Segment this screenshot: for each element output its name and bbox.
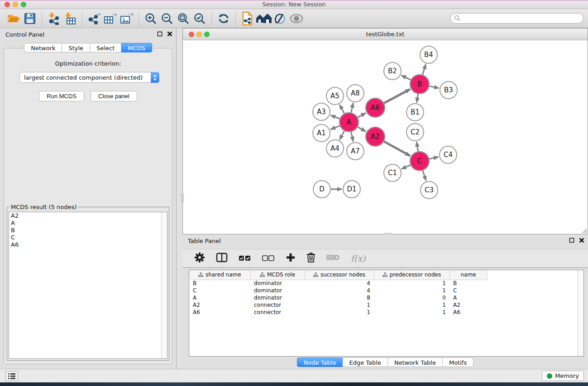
table-cell[interactable]: A2 <box>449 301 487 309</box>
table-row[interactable]: Adominator80A <box>189 294 583 301</box>
table-cell[interactable]: C <box>189 287 250 294</box>
table-cell[interactable]: 1 <box>374 280 449 287</box>
home-views-button[interactable] <box>256 11 272 26</box>
search-field[interactable] <box>450 13 583 24</box>
table-cell[interactable]: connector <box>250 309 305 316</box>
table-row[interactable]: A2connector11A2 <box>189 301 583 309</box>
graph-edge-A6-B[interactable] <box>384 89 410 103</box>
table-cell[interactable]: dominator <box>250 287 305 294</box>
table-cell[interactable]: 1 <box>374 309 449 316</box>
table-settings-button[interactable] <box>194 252 205 265</box>
import-table-button[interactable] <box>62 11 78 26</box>
column-header-shared-name[interactable]: shared name <box>189 270 250 280</box>
table-cell[interactable]: C <box>449 287 487 294</box>
tab-network[interactable]: Network <box>24 43 62 52</box>
table-cell[interactable]: 1 <box>374 301 449 309</box>
column-layout-button[interactable] <box>216 253 228 264</box>
graph-node-C1[interactable]: C1 <box>384 164 401 181</box>
graph-edge-A-A5[interactable] <box>339 105 344 113</box>
delete-table-button[interactable] <box>326 254 340 263</box>
table-cell[interactable]: A <box>189 294 250 301</box>
open-session-button[interactable] <box>5 11 22 26</box>
graph-edge-A-A4[interactable] <box>339 131 344 139</box>
graph-node-A1[interactable]: A1 <box>313 124 330 142</box>
tab-network-table[interactable]: Network Table <box>388 357 443 367</box>
graph-node-A[interactable]: A <box>339 113 359 132</box>
table-cell[interactable]: 8 <box>305 294 374 301</box>
table-scrollbar[interactable] <box>578 270 583 356</box>
node-table[interactable]: shared nameMCDS rolesuccessor nodesprede… <box>189 270 583 316</box>
graph-node-B3[interactable]: B3 <box>440 81 457 99</box>
resize-grip-icon[interactable] <box>581 227 587 234</box>
tab-edge-table[interactable]: Edge Table <box>343 357 387 367</box>
table-cell[interactable]: 1 <box>374 287 449 294</box>
column-header-predecessor-nodes[interactable]: predecessor nodes <box>374 270 449 280</box>
column-header-MCDS-role[interactable]: MCDS role <box>250 270 305 280</box>
graph-node-A8[interactable]: A8 <box>347 85 364 102</box>
dropdown-stepper[interactable] <box>151 72 159 83</box>
column-header-name[interactable]: name <box>449 270 487 280</box>
table-cell[interactable]: 1 <box>305 309 374 316</box>
tab-motifs[interactable]: Motifs <box>443 357 473 367</box>
add-row-button[interactable] <box>286 253 296 264</box>
optimization-criterion-dropdown[interactable]: largest connected component (directed) <box>19 72 159 83</box>
tab-node-table[interactable]: Node Table <box>297 357 343 367</box>
graph-node-C4[interactable]: C4 <box>440 146 457 163</box>
graph-node-A6[interactable]: A6 <box>366 98 385 117</box>
graph-node-D[interactable]: D <box>313 181 330 198</box>
graph-edge-B-B2[interactable] <box>402 76 411 80</box>
result-item[interactable]: B <box>9 227 167 234</box>
close-table-panel-icon[interactable] <box>579 238 584 243</box>
graph-node-A7[interactable]: A7 <box>347 143 364 160</box>
float-table-panel-icon[interactable] <box>569 238 574 243</box>
graph-node-C3[interactable]: C3 <box>421 181 438 199</box>
network-canvas[interactable]: B4B2BB3B1A5A8A6A3AA1C2A2A4A7C4CC1C3DD1 <box>183 40 588 234</box>
task-history-button[interactable] <box>5 371 18 381</box>
table-cell[interactable]: A <box>449 294 487 301</box>
close-panel-button[interactable]: Close panel <box>91 91 137 101</box>
graph-node-B4[interactable]: B4 <box>420 46 437 63</box>
memory-button[interactable]: Memory <box>542 371 584 381</box>
graph-node-D1[interactable]: D1 <box>343 181 360 198</box>
preview-button[interactable] <box>288 11 305 26</box>
graph-edge-A-A6[interactable] <box>358 113 366 118</box>
graph-node-B1[interactable]: B1 <box>406 104 424 121</box>
column-header-successor-nodes[interactable]: successor nodes <box>305 270 374 280</box>
graph-node-B[interactable]: B <box>410 75 429 94</box>
zoom-out-button[interactable] <box>159 11 175 26</box>
graph-edge-C-C2[interactable] <box>416 142 418 152</box>
table-cell[interactable]: B <box>189 280 250 287</box>
graph-edge-C-C4[interactable] <box>429 157 438 159</box>
deselect-all-button[interactable] <box>262 254 275 263</box>
graph-node-A4[interactable]: A4 <box>326 140 344 157</box>
table-cell[interactable]: A6 <box>449 309 487 316</box>
network-window-titlebar[interactable]: testGlobe.txt <box>183 29 588 40</box>
graph-edge-A-A2[interactable] <box>358 127 366 132</box>
table-cell[interactable]: 1 <box>305 301 374 309</box>
function-builder-button[interactable]: f(x) <box>351 253 366 263</box>
result-item[interactable]: C <box>9 234 167 241</box>
network-file-button[interactable] <box>239 11 256 26</box>
export-image-button[interactable] <box>119 11 135 26</box>
graphics-details-button[interactable] <box>272 11 288 26</box>
refresh-view-button[interactable] <box>215 11 232 26</box>
tab-select[interactable]: Select <box>90 43 121 52</box>
import-network-button[interactable] <box>46 11 62 26</box>
graph-edge-A-A8[interactable] <box>351 103 354 112</box>
result-list-scrollbar[interactable] <box>161 212 167 358</box>
zoom-fit-button[interactable] <box>175 11 191 26</box>
graph-edge-B-B1[interactable] <box>417 94 418 103</box>
select-all-button[interactable] <box>239 254 251 263</box>
tab-mcds[interactable]: MCDS <box>121 43 152 52</box>
table-cell[interactable]: 0 <box>374 294 449 301</box>
table-cell[interactable]: dominator <box>250 294 305 301</box>
graph-edge-B-B3[interactable] <box>430 86 439 88</box>
graph-edge-C-C3[interactable] <box>423 171 426 181</box>
float-panel-icon[interactable] <box>157 31 163 37</box>
export-network-button[interactable] <box>86 11 102 26</box>
table-cell[interactable]: 4 <box>305 287 374 294</box>
graph-edge-A2-C[interactable] <box>384 142 410 156</box>
mcds-result-list[interactable]: A2ABCA6 <box>9 212 167 359</box>
graph-node-C2[interactable]: C2 <box>406 124 424 141</box>
graph-node-B2[interactable]: B2 <box>384 62 401 80</box>
